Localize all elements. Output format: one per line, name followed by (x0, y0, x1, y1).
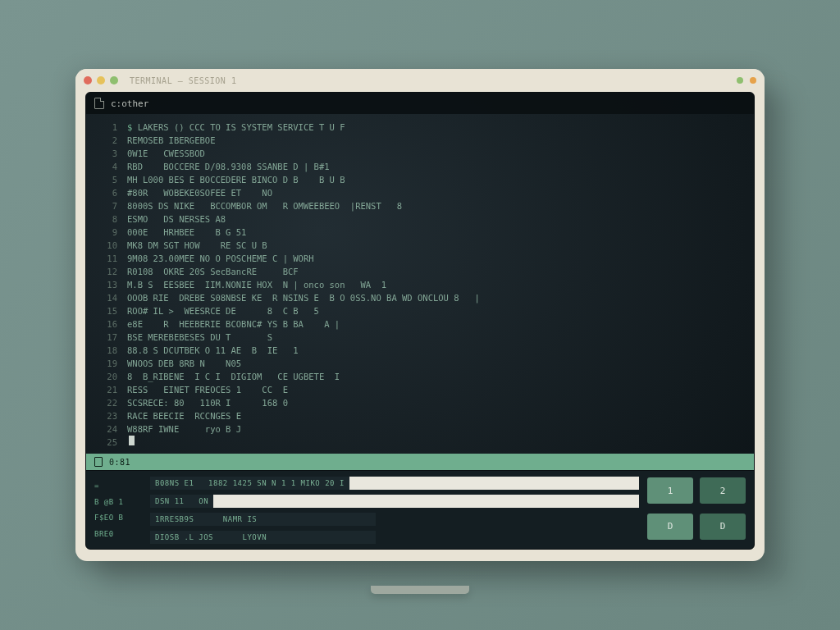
line-number: 18 (96, 344, 117, 357)
line-number: 3 (96, 147, 117, 160)
status-dot-green (737, 77, 743, 84)
cursor-block (129, 436, 135, 445)
line-number: 24 (96, 422, 117, 436)
line-number: 23 (96, 409, 117, 422)
line-text: 8000S DS NIKE BCCOMBOR OM R OMWEEBEEO |R… (127, 199, 402, 212)
terminal-line: 10MK8 DM SGT HOW RE SC U B (96, 239, 744, 252)
line-number: 7 (96, 199, 117, 212)
maximize-icon[interactable] (110, 76, 118, 84)
terminal-line: 5MH L000 BES E BOCCEDERE BINCO D B B U B (96, 173, 744, 186)
panel-button[interactable]: D (647, 514, 693, 540)
line-text: OOOB RIE DREBE S08NBSE KE R NSINS E B O … (127, 291, 480, 304)
prompt-symbol: $ (127, 121, 138, 134)
terminal-line: 9000E HRHBEE B G 51 (96, 226, 744, 239)
line-number: 10 (96, 239, 117, 252)
terminal-line: 19WNOOS DEB 8RB N N05 (96, 357, 744, 370)
panel-row-3: 1RRESB9S NAMR IS (150, 513, 639, 526)
line-text: M.B S EESBEE IIM.NONIE HOX N | onco son … (127, 278, 386, 291)
line-number: 16 (96, 317, 117, 331)
terminal-tab-label[interactable]: c:other (111, 98, 148, 109)
window-titlebar: TERMINAL — SESSION 1 (75, 69, 765, 92)
terminal-line: 23RACE BEECIE RCCNGES E (96, 409, 744, 422)
line-number: 17 (96, 331, 117, 344)
status-dot-amber (750, 77, 756, 84)
terminal-line: 16e8E R HEEBERIE BCOBNC# YS B BA A | (96, 317, 744, 331)
terminal-tabbar: c:other (86, 93, 754, 114)
minimize-icon[interactable] (97, 76, 105, 84)
terminal-line: 1888.8 S DCUTBEK O 11 AE B IE 1 (96, 344, 744, 357)
terminal-line: 13M.B S EESBEE IIM.NONIE HOX N | onco so… (96, 278, 744, 291)
window-title: TERMINAL — SESSION 1 (130, 76, 732, 85)
line-text: WNOOS DEB 8RB N N05 (127, 357, 241, 370)
status-label: 0:81 (109, 458, 130, 467)
monitor-stand (371, 586, 469, 594)
line-number: 5 (96, 173, 117, 186)
panel-row-1-progress (349, 477, 639, 490)
line-text: 88.8 S DCUTBEK O 11 AE B IE 1 (127, 344, 299, 357)
line-number: 14 (96, 291, 117, 304)
line-text: SCSRECE: 80 110R I 168 0 (127, 396, 288, 409)
line-text: BSE MEREBEBESES DU T S (127, 331, 272, 344)
panel-left-label: B @B 1 (94, 498, 142, 506)
line-text: 000E HRHBEE B G 51 (127, 226, 246, 239)
panel-left-label: F$EO B (94, 514, 142, 522)
panel-row-2: DSN 11 ON (150, 495, 639, 508)
terminal-line: 17BSE MEREBEBESES DU T S (96, 331, 744, 344)
terminal-line: 208 B_RIBENE I C I DIGIOM CE UGBETE I (96, 370, 744, 383)
terminal-pane[interactable]: c:other 1$ LAKERS () CCC TO IS SYSTEM SE… (85, 92, 755, 550)
line-number: 20 (96, 370, 117, 383)
line-text: R0108 OKRE 20S SecBancRE BCF (127, 265, 299, 278)
line-text: REMOSEB IBERGEBOE (127, 134, 215, 147)
line-number: 19 (96, 357, 117, 370)
line-text: MK8 DM SGT HOW RE SC U B (127, 239, 267, 252)
terminal-line: 4RBD BOCCERE D/08.9308 SSANBE D | B#1 (96, 160, 744, 173)
terminal-line: 15ROO# IL > WEESRCE DE 8 C B 5 (96, 304, 744, 317)
line-text: RACE BEECIE RCCNGES E (127, 409, 241, 422)
status-bar: 0:81 (86, 454, 754, 470)
terminal-line: 14OOOB RIE DREBE S08NBSE KE R NSINS E B … (96, 291, 744, 304)
terminal-output[interactable]: 1$ LAKERS () CCC TO IS SYSTEM SERVICE T … (86, 114, 754, 454)
panel-left-label: BRE0 (94, 530, 142, 538)
close-icon[interactable] (84, 76, 92, 84)
panel-row-1-text: B08NS E1 1882 1425 SN N 1 1 MIKO 20 I (150, 477, 349, 490)
terminal-line: 1$ LAKERS () CCC TO IS SYSTEM SERVICE T … (96, 121, 744, 134)
app-window: TERMINAL — SESSION 1 c:other 1$ LAKERS (… (75, 69, 765, 561)
line-text: RESS EINET FREOCES 1 CC E (127, 383, 288, 396)
bottom-panel-buttons: 12DD (647, 477, 746, 542)
line-number: 15 (96, 304, 117, 317)
line-text: ESMO DS NERSES A8 (127, 212, 226, 226)
terminal-line: 8ESMO DS NERSES A8 (96, 212, 744, 226)
line-number: 8 (96, 212, 117, 226)
panel-left-label: = (94, 482, 142, 490)
line-number: 4 (96, 160, 117, 173)
line-number: 13 (96, 278, 117, 291)
line-text: 0W1E CWESSBOD (127, 147, 205, 160)
bottom-panel: =B @B 1F$EO BBRE0 B08NS E1 1882 1425 SN … (86, 470, 754, 549)
panel-row-4: DIOSB .L JOS LYOVN (150, 531, 639, 544)
traffic-lights (84, 76, 118, 84)
line-number: 25 (96, 436, 117, 449)
panel-button[interactable]: 2 (700, 477, 746, 504)
line-text: LAKERS () CCC TO IS SYSTEM SERVICE T U F (138, 121, 345, 134)
line-text: e8E R HEEBERIE BCOBNC# YS B BA A | (127, 317, 340, 331)
line-text: 8 B_RIBENE I C I DIGIOM CE UGBETE I (127, 370, 340, 383)
file-icon (94, 98, 104, 109)
terminal-line: 30W1E CWESSBOD (96, 147, 744, 160)
panel-button[interactable]: 1 (647, 477, 693, 504)
line-text: #80R WOBEKE0SOFEE ET NO (127, 186, 272, 199)
line-number: 22 (96, 396, 117, 409)
line-number: 11 (96, 252, 117, 265)
bottom-panel-labels: =B @B 1F$EO BBRE0 (94, 477, 142, 542)
status-file-icon (94, 457, 103, 467)
window-indicator-dots (737, 77, 756, 84)
panel-button[interactable]: D (700, 514, 746, 540)
line-number: 6 (96, 186, 117, 199)
panel-row-1: B08NS E1 1882 1425 SN N 1 1 MIKO 20 I (150, 477, 639, 490)
terminal-line: 2REMOSEB IBERGEBOE (96, 134, 744, 147)
line-text: MH L000 BES E BOCCEDERE BINCO D B B U B (127, 173, 345, 186)
terminal-line-cursor: 25 (96, 436, 744, 449)
panel-row-4-text: DIOSB .L JOS LYOVN (150, 531, 376, 544)
terminal-line: 24W88RF IWNE ryo B J (96, 422, 744, 436)
line-text: RBD BOCCERE D/08.9308 SSANBE D | B#1 (127, 160, 330, 173)
line-number: 1 (96, 121, 117, 134)
